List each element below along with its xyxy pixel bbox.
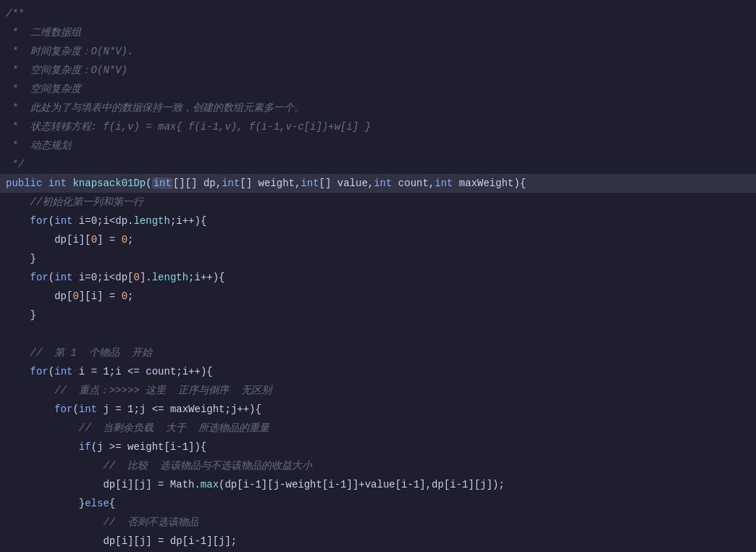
line-12: for(int i=0;i<dp.length;i++){ — [0, 212, 756, 230]
line-2: * 二维数据组 — [0, 23, 756, 42]
line-29: dp[i][j] = dp[i-1][j]; — [0, 532, 756, 551]
line-20: for(int i = 1;i <= count;i++){ — [0, 362, 756, 381]
line-19: // 第 1 个物品 开始 — [0, 343, 756, 362]
line-11: //初始化第一列和第一行 — [0, 193, 756, 212]
line-14: } — [0, 249, 756, 268]
line-16: dp[0][i] = 0; — [0, 287, 756, 306]
line-3: * 时间复杂度：O(N*V). — [0, 42, 756, 61]
line-9: */ — [0, 155, 756, 174]
line-17: } — [0, 306, 756, 325]
line-27: }else{ — [0, 494, 756, 513]
line-22: for(int j = 1;j <= maxWeight;j++){ — [0, 400, 756, 419]
line-26: dp[i][j] = Math.max(dp[i-1][j-weight[i-1… — [0, 475, 756, 494]
line-13: dp[i][0] = 0; — [0, 230, 756, 249]
line-8: * 动态规划 — [0, 136, 756, 155]
line-25: // 比较 选该物品与不选该物品的收益大小 — [0, 456, 756, 475]
line-4: * 空间复杂度：O(N*V) — [0, 61, 756, 80]
code-block: /** * 二维数据组 * 时间复杂度：O(N*V). * 空间复杂度：O(N*… — [0, 4, 756, 552]
line-7: * 状态转移方程: f(i,v) = max{ f(i-1,v), f(i-1,… — [0, 117, 756, 136]
line-18 — [0, 325, 756, 343]
line-1: /** — [0, 4, 756, 23]
line-6: * 此处为了与填表中的数据保持一致，创建的数组元素多一个。 — [0, 99, 756, 117]
code-editor: /** * 二维数据组 * 时间复杂度：O(N*V). * 空间复杂度：O(N*… — [0, 0, 756, 552]
line-23: // 当剩余负载 大于 所选物品的重量 — [0, 419, 756, 438]
line-10: public int knapsack01Dp(int[][] dp,int[]… — [0, 174, 756, 193]
line-28: // 否则不选该物品 — [0, 513, 756, 532]
line-21: // 重点：>>>>> 这里 正序与倒序 无区别 — [0, 381, 756, 400]
line-15: for(int i=0;i<dp[0].length;i++){ — [0, 268, 756, 287]
line-24: if(j >= weight[i-1]){ — [0, 438, 756, 456]
line-5: * 空间复杂度 — [0, 80, 756, 99]
